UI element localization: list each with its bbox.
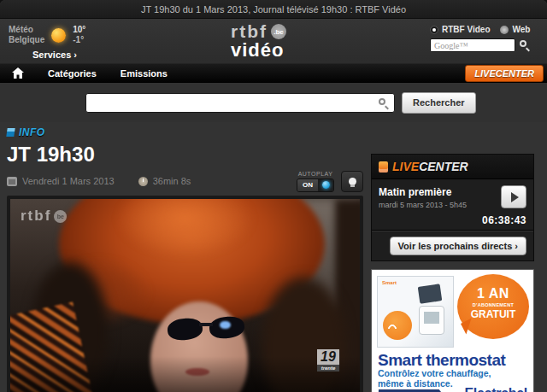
livecenter-title-live: LIVE	[392, 160, 419, 173]
play-button[interactable]	[501, 185, 526, 208]
video-meta: Vendredi 1 Mars 2013 36min 8s AUTOPLAY O…	[7, 169, 363, 193]
temp-high: 10°	[73, 25, 85, 35]
thermostat-screen	[424, 312, 439, 324]
autoplay-control: AUTOPLAY ON	[297, 171, 334, 192]
thermostat-shape	[419, 306, 444, 335]
badge-19-text: 19	[317, 349, 339, 365]
meteo-label: Météo Belgique	[9, 25, 44, 45]
site-search-field	[85, 93, 395, 113]
play-icon	[511, 192, 519, 202]
radio-web[interactable]	[500, 26, 509, 34]
section-info[interactable]: INFO	[7, 126, 363, 138]
advertisement-banner[interactable]: Smart 1 AN D'ABONNEMENT GRATUIT Smart th…	[371, 269, 534, 392]
section-info-label: INFO	[19, 126, 45, 138]
livecenter-body: Matin première mardi 5 mars 2013 - 5h45 …	[372, 179, 533, 231]
main-content: INFO JT 19h30 Vendredi 1 Mars 2013 36min…	[0, 122, 547, 392]
lens-glint	[220, 321, 230, 329]
info-icon	[6, 128, 15, 137]
livecenter-icon	[379, 161, 388, 173]
meteo-line2: Belgique	[9, 35, 44, 45]
search-submit-button[interactable]: Rechercher	[402, 92, 476, 114]
electrabel-logo: Electrabel	[465, 386, 528, 392]
browser-window: JT 19h30 du 1 Mars 2013, Journal télévis…	[0, 0, 547, 392]
sunglasses-bridge	[199, 323, 213, 327]
temp-low: -1°	[73, 35, 85, 45]
rtbf-watermark: rtbf be	[21, 208, 67, 225]
radio-rtbf-video[interactable]	[430, 26, 438, 34]
search-input-icon[interactable]	[379, 98, 389, 108]
product-orange-circle	[383, 311, 412, 340]
livecenter-header[interactable]: LIVE CENTER	[372, 155, 533, 179]
livecenter-title-center: CENTER	[419, 160, 468, 173]
autoplay-on-label: ON	[297, 179, 318, 191]
autoplay-dot-icon	[322, 181, 330, 189]
site-search-bar: Rechercher	[0, 83, 547, 122]
meteo-temps: 10° -1°	[73, 25, 85, 45]
google-search-widget: RTBF Video Web	[430, 25, 537, 52]
nav-categories[interactable]: Catégories	[48, 68, 97, 79]
rtbf-video-logo[interactable]: rtbf .be vidéo	[231, 21, 286, 61]
calendar-icon	[7, 177, 17, 186]
autoplay-indicator	[318, 179, 333, 191]
scope-web[interactable]: Web	[500, 25, 530, 34]
services-link[interactable]: Services ›	[32, 50, 77, 60]
19trente-badge: 19 trente	[317, 349, 339, 372]
autoplay-toggle[interactable]: ON	[297, 178, 334, 192]
home-icon[interactable]	[12, 67, 24, 79]
video-duration: 36min 8s	[153, 176, 191, 186]
livecenter-panel: LIVE CENTER Matin première mardi 5 mars …	[371, 154, 534, 261]
promo-line3: GRATUIT	[457, 308, 529, 320]
video-player[interactable]: rtbf be 19 trente	[7, 196, 363, 392]
video-column: INFO JT 19h30 Vendredi 1 Mars 2013 36min…	[7, 126, 363, 392]
countdown-timer: 06:38:43	[482, 214, 526, 226]
ad-product-title: Smart thermostat	[378, 351, 505, 370]
site-header: Météo Belgique 10° -1° Services › rtbf .…	[0, 19, 547, 64]
badge-trente-text: trente	[317, 365, 339, 372]
logo-be-badge: .be	[271, 24, 286, 39]
product-box-label: Smart	[382, 280, 397, 285]
autoplay-label: AUTOPLAY	[297, 171, 334, 177]
video-date: Vendredi 1 Mars 2013	[22, 176, 115, 186]
nav-emissions[interactable]: Emissions	[121, 68, 168, 79]
scope-rtbf-video-label: RTBF Video	[442, 25, 490, 34]
scope-rtbf-video[interactable]: RTBF Video	[430, 25, 490, 34]
meteo-line1: Météo	[9, 25, 44, 35]
search-scopes: RTBF Video Web	[430, 25, 537, 34]
logo-video-text: vidéo	[231, 39, 286, 61]
video-title: JT 19h30	[7, 143, 363, 167]
search-icon[interactable]	[520, 40, 530, 50]
google-search-input[interactable]	[430, 38, 515, 52]
meteo-widget[interactable]: Météo Belgique 10° -1°	[9, 25, 85, 45]
main-nav: Catégories Emissions LIVECENTER	[0, 64, 547, 83]
ad-tagline-line1: Contrôlez votre chauffage,	[378, 368, 491, 378]
livecenter-footer: Voir les prochains directs ›	[372, 231, 533, 260]
sun-icon	[51, 28, 66, 43]
google-search-row	[430, 38, 537, 52]
bottom-shadow	[10, 356, 360, 392]
site-search-input[interactable]	[85, 93, 395, 113]
window-title: JT 19h30 du 1 Mars 2013, Journal télévis…	[141, 4, 406, 15]
scope-web-label: Web	[512, 25, 530, 34]
watermark-rtbf-text: rtbf	[21, 208, 51, 225]
clock-icon	[138, 177, 148, 186]
promo-bubble: 1 AN D'ABONNEMENT GRATUIT	[457, 274, 529, 339]
lightbulb-button[interactable]	[341, 171, 363, 192]
product-box-image: Smart	[377, 276, 454, 348]
bubble-dot	[518, 278, 524, 284]
window-titlebar: JT 19h30 du 1 Mars 2013, Journal télévis…	[0, 0, 547, 19]
sidebar-column: LIVE CENTER Matin première mardi 5 mars …	[371, 126, 534, 392]
video-still	[10, 199, 360, 392]
watermark-be-badge: be	[54, 210, 67, 223]
livecenter-button[interactable]: LIVECENTER	[465, 65, 544, 82]
promo-line2: D'ABONNEMENT	[457, 302, 529, 307]
promo-line1: 1 AN	[457, 286, 529, 301]
product-device-shape	[418, 284, 443, 303]
lightbulb-icon	[349, 178, 356, 185]
upcoming-lives-button[interactable]: Voir les prochains directs ›	[390, 237, 526, 255]
